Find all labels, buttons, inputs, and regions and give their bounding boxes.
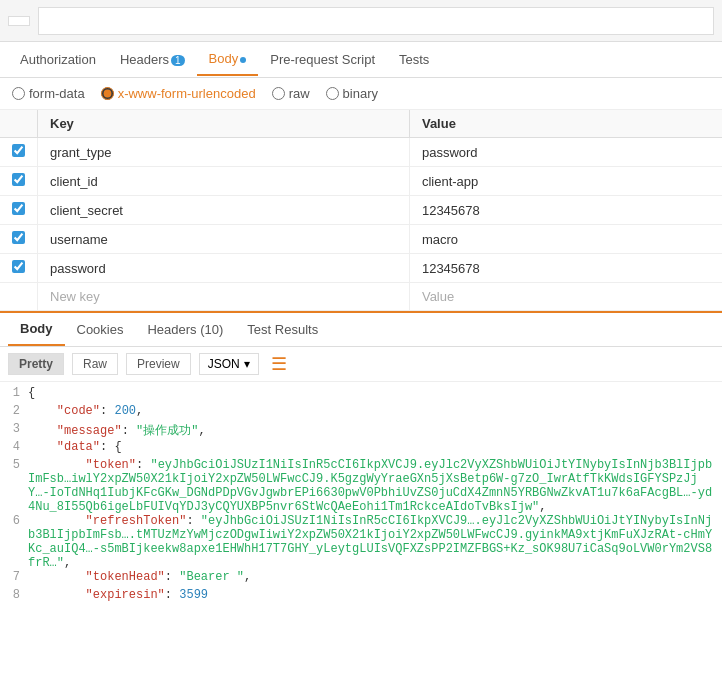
line-content: "refreshToken": "eyJhbGciOiJSUzI1NiIsInR… [28,514,722,570]
row-key: client_id [38,167,410,196]
url-input[interactable] [38,7,714,35]
row-key: username [38,225,410,254]
body-type-raw[interactable]: raw [272,86,310,101]
tab-body[interactable]: Body [197,43,259,76]
code-line: 6 "refreshToken": "eyJhbGciOiJSUzI1NiIsI… [0,514,722,570]
line-content: "data": { [28,440,722,458]
response-tabs-row: BodyCookiesHeaders (10)Test Results [0,311,722,347]
format-btn-preview[interactable]: Preview [126,353,191,375]
line-content: "code": 200, [28,404,722,422]
body-type-label: form-data [29,86,85,101]
format-row: PrettyRawPreviewJSON▾☰ [0,347,722,382]
tab-dot [240,57,246,63]
line-content: { [28,386,722,404]
line-number: 1 [0,386,28,404]
row-key: password [38,254,410,283]
chevron-down-icon: ▾ [244,357,250,371]
code-line: 7 "tokenHead": "Bearer ", [0,570,722,588]
code-line: 3 "message": "操作成功", [0,422,722,440]
top-bar [0,0,722,42]
table-row: password12345678 [0,254,722,283]
body-type-label: binary [343,86,378,101]
request-tabs-row: AuthorizationHeaders1BodyPre-request Scr… [0,42,722,78]
format-select-label: JSON [208,357,240,371]
code-area: 1{2 "code": 200,3 "message": "操作成功",4 "d… [0,382,722,602]
row-value: password [409,138,722,167]
line-number: 4 [0,440,28,458]
form-table: Key Value grant_typepasswordclient_idcli… [0,110,722,311]
row-value: 12345678 [409,254,722,283]
method-selector[interactable] [8,16,30,26]
row-checkbox[interactable] [12,260,25,273]
row-value: macro [409,225,722,254]
line-number: 2 [0,404,28,422]
tab-pre-request-script[interactable]: Pre-request Script [258,44,387,75]
code-line: 2 "code": 200, [0,404,722,422]
table-row: usernamemacro [0,225,722,254]
col-value: Value [409,110,722,138]
code-line: 5 "token": "eyJhbGciOiJSUzI1NiIsInR5cCI6… [0,458,722,514]
resp-tab-test-results[interactable]: Test Results [235,314,330,345]
resp-tab-cookies[interactable]: Cookies [65,314,136,345]
table-row: grant_typepassword [0,138,722,167]
line-number: 8 [0,588,28,602]
tab-headers[interactable]: Headers1 [108,44,197,75]
code-line: 4 "data": { [0,440,722,458]
line-number: 6 [0,514,28,570]
resp-tab-body[interactable]: Body [8,313,65,346]
row-value: client-app [409,167,722,196]
line-content: "token": "eyJhbGciOiJSUzI1NiIsInR5cCI6Ik… [28,458,722,514]
row-value: 12345678 [409,196,722,225]
line-number: 5 [0,458,28,514]
new-value-cell[interactable]: Value [409,283,722,311]
code-line: 8 "expiresin": 3599 [0,588,722,602]
body-type-x-www-form-urlencoded[interactable]: x-www-form-urlencoded [101,86,256,101]
col-check [0,110,38,138]
tab-authorization[interactable]: Authorization [8,44,108,75]
body-type-row: form-datax-www-form-urlencodedrawbinary [0,78,722,110]
body-type-label: x-www-form-urlencoded [118,86,256,101]
tab-badge: 1 [171,55,185,66]
wrap-icon[interactable]: ☰ [271,353,287,375]
row-key: client_secret [38,196,410,225]
line-number: 7 [0,570,28,588]
body-type-form-data[interactable]: form-data [12,86,85,101]
resp-tab-headers--10-[interactable]: Headers (10) [135,314,235,345]
new-key-cell[interactable]: New key [38,283,410,311]
row-checkbox[interactable] [12,202,25,215]
code-line: 1{ [0,386,722,404]
col-key: Key [38,110,410,138]
line-content: "message": "操作成功", [28,422,722,440]
line-number: 3 [0,422,28,440]
format-btn-pretty[interactable]: Pretty [8,353,64,375]
format-btn-raw[interactable]: Raw [72,353,118,375]
table-row-new: New keyValue [0,283,722,311]
body-type-binary[interactable]: binary [326,86,378,101]
line-content: "expiresin": 3599 [28,588,722,602]
form-table-container: Key Value grant_typepasswordclient_idcli… [0,110,722,311]
row-checkbox[interactable] [12,144,25,157]
table-row: client_secret12345678 [0,196,722,225]
format-select[interactable]: JSON▾ [199,353,259,375]
tab-tests[interactable]: Tests [387,44,441,75]
table-row: client_idclient-app [0,167,722,196]
body-type-label: raw [289,86,310,101]
row-checkbox[interactable] [12,231,25,244]
line-content: "tokenHead": "Bearer ", [28,570,722,588]
row-key: grant_type [38,138,410,167]
row-checkbox[interactable] [12,173,25,186]
